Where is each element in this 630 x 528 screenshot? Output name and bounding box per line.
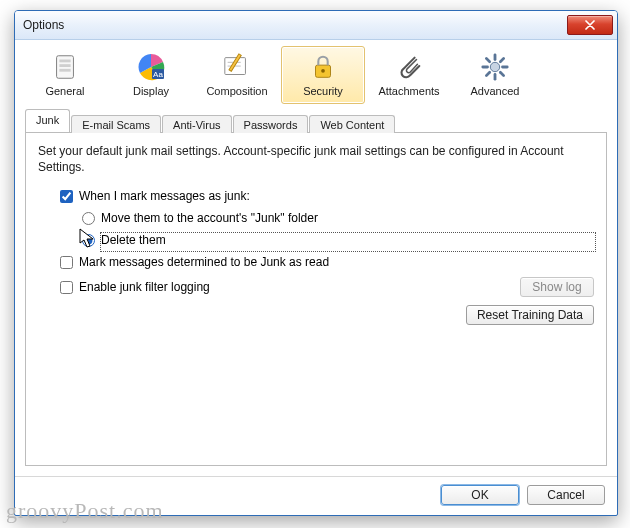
security-icon	[307, 51, 339, 83]
tab-passwords[interactable]: Passwords	[233, 115, 309, 133]
checkbox-when-i-mark[interactable]	[60, 190, 73, 203]
ok-button[interactable]: OK	[441, 485, 519, 505]
row-enable-logging: Enable junk filter logging Show log	[38, 277, 594, 297]
svg-line-20	[486, 72, 489, 75]
toolbar-label: Attachments	[378, 85, 439, 97]
label-move-to-junk: Move them to the account's "Junk" folder	[101, 211, 318, 225]
toolbar-label: General	[45, 85, 84, 97]
svg-line-19	[500, 58, 503, 61]
label-mark-as-read: Mark messages determined to be Junk as r…	[79, 255, 329, 269]
row-mark-as-junk: When I mark messages as junk:	[38, 189, 594, 203]
toolbar-item-security[interactable]: Security	[281, 46, 365, 104]
toolbar-item-composition[interactable]: Composition	[195, 46, 279, 104]
checkbox-enable-logging[interactable]	[60, 281, 73, 294]
window-title: Options	[23, 18, 565, 32]
toolbar-item-display[interactable]: Aa Display	[109, 46, 193, 104]
radio-delete-them[interactable]	[82, 234, 95, 247]
tab-webcontent[interactable]: Web Content	[309, 115, 395, 133]
row-radio-move: Move them to the account's "Junk" folder	[38, 211, 594, 225]
toolbar-label: Advanced	[471, 85, 520, 97]
label-enable-logging: Enable junk filter logging	[79, 280, 210, 294]
display-icon: Aa	[135, 51, 167, 83]
reset-training-data-button[interactable]: Reset Training Data	[466, 305, 594, 325]
svg-rect-3	[59, 69, 70, 72]
junk-description: Set your default junk mail settings. Acc…	[38, 143, 594, 175]
label-delete-them: Delete them	[101, 233, 166, 247]
svg-line-17	[486, 58, 489, 61]
tab-emailscams[interactable]: E-mail Scams	[71, 115, 161, 133]
cancel-button[interactable]: Cancel	[527, 485, 605, 505]
show-log-button[interactable]: Show log	[520, 277, 594, 297]
junk-pane: Set your default junk mail settings. Acc…	[25, 133, 607, 466]
toolbar-item-advanced[interactable]: Advanced	[453, 46, 537, 104]
focus-rectangle	[100, 232, 596, 252]
svg-rect-2	[59, 64, 70, 67]
checkbox-mark-as-read[interactable]	[60, 256, 73, 269]
toolbar-item-general[interactable]: General	[23, 46, 107, 104]
options-window: Options General	[14, 10, 618, 516]
row-radio-delete: Delete them	[38, 233, 594, 247]
toolbar-item-attachments[interactable]: Attachments	[367, 46, 451, 104]
svg-point-11	[321, 69, 325, 73]
attachments-icon	[393, 51, 425, 83]
watermark: groovyPost.com	[6, 498, 164, 524]
svg-point-12	[490, 62, 499, 71]
category-toolbar: General Aa Display	[15, 40, 617, 104]
general-icon	[49, 51, 81, 83]
toolbar-label: Composition	[206, 85, 267, 97]
titlebar: Options	[15, 11, 617, 40]
composition-icon	[221, 51, 253, 83]
tab-antivirus[interactable]: Anti-Virus	[162, 115, 231, 133]
label-when-i-mark: When I mark messages as junk:	[79, 189, 250, 203]
toolbar-label: Security	[303, 85, 343, 97]
svg-text:Aa: Aa	[153, 70, 163, 79]
tabstrip: Junk E-mail Scams Anti-Virus Passwords W…	[25, 110, 607, 133]
toolbar-label: Display	[133, 85, 169, 97]
tab-junk[interactable]: Junk	[25, 109, 70, 132]
close-icon	[585, 20, 595, 30]
row-mark-as-read: Mark messages determined to be Junk as r…	[38, 255, 594, 269]
advanced-icon	[479, 51, 511, 83]
svg-rect-1	[59, 60, 70, 63]
radio-move-to-junk[interactable]	[82, 212, 95, 225]
row-reset: Reset Training Data	[38, 305, 594, 325]
content-area: Junk E-mail Scams Anti-Virus Passwords W…	[15, 104, 617, 476]
close-button[interactable]	[567, 15, 613, 35]
svg-line-18	[500, 72, 503, 75]
